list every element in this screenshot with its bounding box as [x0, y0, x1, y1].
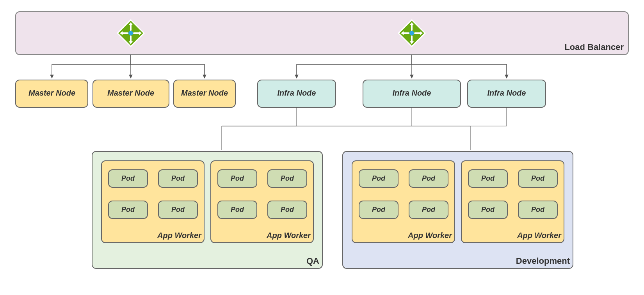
svg-text:Pod: Pod	[231, 206, 244, 213]
app-worker-label: App Worker	[517, 231, 562, 240]
app-worker-label: App Worker	[407, 231, 452, 240]
svg-text:Pod: Pod	[372, 206, 386, 213]
svg-text:Pod: Pod	[422, 206, 436, 213]
svg-text:Pod: Pod	[481, 206, 495, 213]
env-qa-label: QA	[306, 256, 319, 266]
svg-text:Pod: Pod	[481, 174, 495, 182]
svg-text:Pod: Pod	[531, 206, 545, 213]
svg-text:Pod: Pod	[422, 174, 436, 182]
infra-node-label: Infra Node	[487, 89, 526, 97]
master-node-label: Master Node	[181, 89, 228, 97]
app-worker-label: App Worker	[266, 231, 311, 240]
app-worker: App Worker Pod Pod Pod Pod	[461, 161, 564, 243]
infra-node-label: Infra Node	[393, 89, 431, 97]
load-balancer-label: Load Balancer	[564, 42, 624, 52]
svg-text:Pod: Pod	[171, 206, 185, 213]
svg-text:Pod: Pod	[531, 174, 545, 182]
app-worker-label: App Worker	[157, 231, 202, 240]
master-node-label: Master Node	[107, 89, 154, 97]
master-node-label: Master Node	[28, 89, 75, 97]
env-dev-label: Development	[516, 256, 570, 266]
svg-text:Pod: Pod	[281, 206, 294, 213]
svg-text:Pod: Pod	[121, 174, 135, 182]
app-worker: App Worker Pod Pod Pod Pod	[101, 161, 204, 243]
architecture-diagram: Load Balancer Master Node Master Node Ma…	[0, 0, 644, 295]
svg-text:Pod: Pod	[372, 174, 386, 182]
load-balancer	[16, 12, 628, 55]
svg-text:Pod: Pod	[281, 174, 294, 182]
svg-point-1	[128, 31, 133, 36]
app-worker: App Worker Pod Pod Pod Pod	[352, 161, 455, 243]
svg-text:Pod: Pod	[121, 206, 135, 213]
app-worker: App Worker Pod Pod Pod Pod	[211, 161, 313, 243]
svg-text:Pod: Pod	[171, 174, 185, 182]
infra-node-label: Infra Node	[278, 89, 316, 97]
svg-text:Pod: Pod	[231, 174, 244, 182]
svg-point-3	[409, 31, 414, 36]
